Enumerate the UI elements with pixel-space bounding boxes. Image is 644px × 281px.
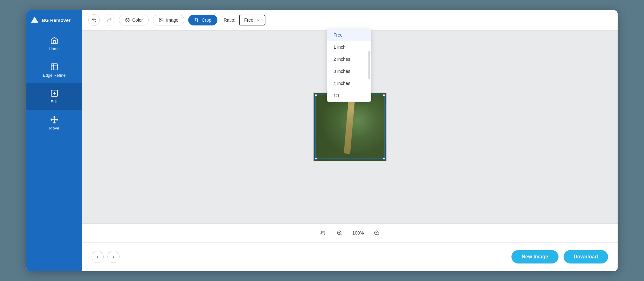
scrollbar[interactable] (368, 51, 370, 80)
sidebar-item-home[interactable]: Home (26, 31, 82, 57)
app-logo: BG Remover (26, 10, 82, 31)
redo-button[interactable] (104, 14, 115, 26)
sidebar-nav: Home Edge Refine Edit (26, 31, 82, 136)
sidebar-item-edge-refine-label: Edge Refine (43, 73, 66, 78)
svg-point-6 (126, 18, 129, 22)
chevron-right-icon (111, 254, 116, 259)
sidebar: BG Remover Home Edge Refine (26, 10, 82, 271)
hand-icon (320, 230, 326, 236)
svg-point-8 (128, 19, 129, 20)
image-label: Image (166, 18, 178, 23)
dropdown-item-1inch[interactable]: 1 Inch (327, 41, 371, 53)
dropdown-item-3inches[interactable]: 3 Inches (327, 65, 371, 77)
footer-actions: New Image Download (511, 250, 608, 263)
zoom-in-button[interactable] (334, 228, 345, 238)
prev-button[interactable] (92, 251, 104, 263)
main-content: Color Image Crop Ratio: Free (82, 10, 618, 271)
toolbar: Color Image Crop Ratio: Free (82, 10, 618, 31)
footer: New Image Download (82, 242, 618, 271)
pan-tool-button[interactable] (318, 228, 328, 238)
footer-nav (92, 251, 120, 263)
crop-icon (194, 18, 199, 23)
ratio-dropdown-menu: Free 1 Inch 2 Inches 3 Inches 4 Inches 1… (327, 29, 371, 102)
ratio-label: Ratio: (224, 18, 236, 23)
zoom-in-icon (336, 230, 343, 236)
app-name: BG Remover (42, 18, 71, 23)
sidebar-item-edge-refine[interactable]: Edge Refine (26, 57, 82, 83)
svg-marker-0 (31, 17, 38, 23)
image-tab[interactable]: Image (153, 15, 184, 25)
image-bg (314, 93, 386, 161)
dropdown-item-free[interactable]: Free (327, 29, 371, 41)
home-icon (50, 36, 58, 45)
redo-icon (106, 17, 112, 23)
color-tab[interactable]: Color (119, 15, 149, 25)
zoom-out-icon (373, 230, 380, 236)
crop-tab[interactable]: Crop (188, 15, 217, 25)
color-icon (125, 18, 130, 23)
svg-point-7 (127, 19, 127, 20)
zoom-out-button[interactable] (372, 228, 382, 238)
move-icon (50, 116, 58, 124)
crop-label: Crop (202, 18, 211, 23)
zoom-toolbar: 100% (82, 223, 618, 242)
zoom-value: 100% (351, 230, 365, 235)
sidebar-item-move[interactable]: Move (26, 110, 82, 136)
sidebar-item-edit[interactable]: Edit (26, 83, 82, 110)
ratio-dropdown[interactable]: Free (239, 15, 265, 25)
chevron-down-icon (256, 18, 260, 22)
sidebar-item-edit-label: Edit (51, 99, 58, 104)
svg-point-9 (127, 20, 128, 21)
new-image-button[interactable]: New Image (511, 250, 558, 263)
edit-icon (50, 89, 58, 97)
dropdown-item-2inches[interactable]: 2 Inches (327, 53, 371, 65)
svg-point-2 (53, 65, 54, 66)
undo-button[interactable] (88, 14, 100, 26)
ratio-value: Free (244, 18, 253, 23)
edge-refine-icon (50, 63, 58, 71)
image-icon (159, 18, 164, 23)
image-preview (313, 93, 387, 161)
dropdown-item-1to1[interactable]: 1:1 (327, 89, 371, 102)
sidebar-item-home-label: Home (49, 46, 60, 51)
undo-icon (91, 17, 97, 23)
svg-point-11 (160, 19, 161, 20)
dropdown-item-4inches[interactable]: 4 Inches (327, 77, 371, 89)
svg-rect-1 (51, 64, 58, 70)
download-button[interactable]: Download (564, 250, 608, 263)
next-button[interactable] (107, 251, 120, 263)
color-label: Color (132, 18, 143, 23)
chevron-left-icon (95, 254, 100, 259)
sidebar-item-move-label: Move (49, 126, 59, 130)
